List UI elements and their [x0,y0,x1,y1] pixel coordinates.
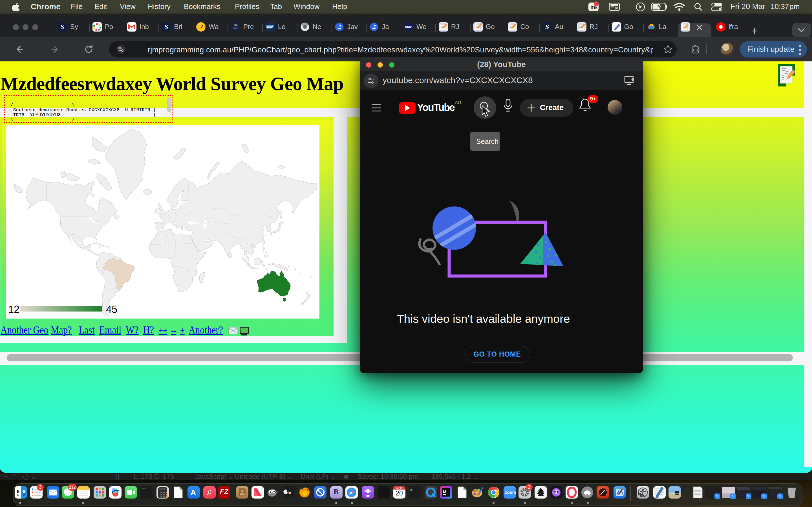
svg-text:12: 12 [8,304,19,315]
svg-text:♪: ♪ [639,494,641,496]
svg-text:SAP: SAP [267,25,273,29]
svg-text:IJ: IJ [443,490,446,494]
svg-text:tv: tv [287,490,291,495]
svg-text:45: 45 [106,304,117,315]
svg-text:⌘: ⌘ [615,6,618,10]
